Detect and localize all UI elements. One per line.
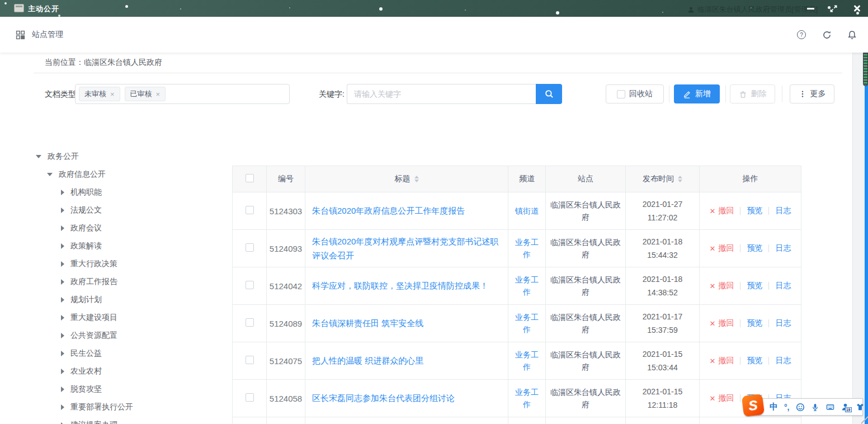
doc-channel-link[interactable]: 业务工作 — [515, 275, 539, 296]
tree-item[interactable]: 脱贫攻坚 — [34, 380, 229, 398]
tree-caret-icon[interactable] — [61, 279, 64, 285]
tree-item[interactable]: 重要部署执行公开 — [34, 398, 229, 416]
tree-item[interactable]: 公共资源配置 — [34, 327, 229, 345]
tree-item[interactable]: 法规公文 — [34, 201, 229, 219]
revoke-action[interactable]: ✕撤回 — [710, 281, 734, 291]
tree-caret-icon[interactable] — [61, 333, 64, 338]
row-checkbox[interactable] — [246, 356, 254, 364]
maximize-button[interactable] — [822, 0, 845, 17]
tree-caret-icon[interactable] — [61, 261, 64, 267]
tree-item[interactable]: 重大建设项目 — [34, 309, 229, 327]
doc-site: 临淄区朱台镇人民政府 — [546, 192, 626, 230]
site-management-menu[interactable]: 站点管理 — [32, 30, 63, 40]
log-action[interactable]: 日志 — [775, 318, 791, 328]
preview-action[interactable]: 预览 — [747, 281, 762, 291]
tree-item[interactable]: 建议提案办理 — [34, 416, 229, 424]
doc-channel-link[interactable]: 业务工作 — [515, 313, 539, 334]
revoke-action[interactable]: ✕撤回 — [710, 243, 734, 253]
skin-icon[interactable] — [856, 403, 865, 411]
tree-item[interactable]: 政府信息公开 — [34, 166, 229, 183]
grid-menu-icon[interactable] — [16, 30, 25, 40]
select-all-checkbox[interactable] — [246, 174, 254, 182]
keyword-input[interactable] — [347, 84, 536, 104]
log-action[interactable]: 日志 — [775, 281, 791, 291]
revoke-action[interactable]: ✕撤回 — [710, 206, 734, 216]
tree-item[interactable]: 政府工作报告 — [34, 273, 229, 291]
tag-close-icon[interactable]: × — [156, 90, 161, 98]
tag-close-icon[interactable]: × — [110, 90, 115, 98]
notifications-button[interactable] — [847, 30, 857, 40]
revoke-action[interactable]: ✕撤回 — [710, 356, 734, 366]
tree-caret-icon[interactable] — [61, 315, 64, 321]
tree-caret-icon[interactable] — [61, 190, 64, 195]
log-action[interactable]: 日志 — [775, 206, 791, 216]
close-button[interactable] — [845, 0, 868, 17]
doc-channel-link[interactable]: 业务工作 — [515, 350, 539, 371]
row-checkbox[interactable] — [246, 206, 254, 214]
tree-caret-icon[interactable] — [61, 387, 64, 392]
scrollbar-thumb[interactable] — [863, 51, 868, 86]
doc-title-link[interactable]: 朱台镇深耕责任田 筑牢安全线 — [312, 318, 423, 328]
tree-item[interactable]: 政策解读 — [34, 237, 229, 255]
doc-type-tag[interactable]: 已审核 × — [125, 87, 166, 101]
add-button[interactable]: 新增 — [674, 84, 720, 103]
sogou-logo[interactable]: S — [742, 394, 765, 417]
recycle-bin-button[interactable]: 回收站 — [606, 84, 664, 103]
tree-caret-icon[interactable] — [61, 404, 64, 410]
doc-title-link[interactable]: 区长宋磊同志参加朱台代表团分组讨论 — [312, 393, 455, 403]
doc-title-link[interactable]: 科学应对，联防联控，坚决捍卫疫情防控成果！ — [312, 281, 488, 290]
preview-action[interactable]: 预览 — [747, 356, 762, 366]
doc-title-link[interactable]: 朱台镇2020年政府信息公开工作年度报告 — [312, 206, 465, 215]
tree-item[interactable]: 政务公开 — [34, 148, 229, 166]
log-action[interactable]: 日志 — [775, 243, 791, 253]
row-checkbox[interactable] — [246, 318, 254, 327]
microphone-icon[interactable] — [811, 403, 819, 412]
minimize-button[interactable] — [799, 0, 822, 17]
tree-item[interactable]: 规划计划 — [34, 291, 229, 309]
doc-title-link[interactable]: 朱台镇2020年度对村观摩点评暨村党支部书记述职评议会召开 — [312, 237, 498, 261]
delete-button[interactable]: 删除 — [730, 84, 775, 103]
keyboard-icon[interactable] — [825, 403, 835, 411]
sort-title-icon[interactable] — [414, 176, 419, 182]
log-action[interactable]: 日志 — [775, 356, 791, 366]
tree-item[interactable]: 政府会议 — [34, 219, 229, 237]
preview-action[interactable]: 预览 — [747, 318, 762, 328]
doc-type-tag[interactable]: 未审核 × — [79, 87, 120, 101]
tree-caret-icon[interactable] — [61, 243, 64, 249]
tree-item[interactable]: 重大行政决策 — [34, 255, 229, 273]
tree-caret-icon[interactable] — [47, 173, 53, 176]
tree-caret-icon[interactable] — [36, 155, 41, 158]
tree-caret-icon[interactable] — [61, 351, 64, 356]
more-button[interactable]: 更多 — [790, 84, 834, 103]
preview-action[interactable]: 预览 — [747, 243, 762, 253]
row-checkbox[interactable] — [246, 281, 254, 289]
doc-channel-link[interactable]: 业务工作 — [515, 238, 539, 259]
chinese-mode-icon[interactable]: 中 — [770, 402, 778, 412]
row-checkbox[interactable] — [246, 243, 254, 252]
scrollbar-track[interactable] — [865, 48, 868, 424]
doc-channel-link[interactable]: 业务工作 — [515, 388, 539, 409]
tree-caret-icon[interactable] — [61, 297, 64, 303]
preview-action[interactable]: 预览 — [747, 206, 762, 216]
search-button[interactable] — [536, 84, 562, 104]
revoke-action[interactable]: ✕撤回 — [710, 318, 734, 328]
tree-item[interactable]: 机构职能 — [34, 183, 229, 201]
row-checkbox[interactable] — [246, 393, 254, 402]
resize-grip[interactable] — [861, 416, 868, 424]
doc-title-link[interactable]: 把人性的温暖 织进群众的心里 — [312, 356, 423, 365]
tree-item[interactable]: 民生公益 — [34, 345, 229, 362]
account-icon[interactable]: 19 — [841, 403, 850, 411]
revoke-action[interactable]: ✕撤回 — [710, 393, 734, 403]
emoji-icon[interactable] — [796, 403, 805, 412]
refresh-button[interactable] — [822, 30, 832, 40]
tree-item[interactable]: 农业农村 — [34, 362, 229, 380]
punctuation-icon[interactable]: °, — [784, 403, 790, 412]
help-button[interactable]: ? — [796, 30, 806, 40]
doc-type-select[interactable]: 未审核 × 已审核 × — [75, 84, 290, 104]
recycle-bin-checkbox[interactable] — [617, 90, 625, 98]
doc-channel-link[interactable]: 镇街道 — [515, 206, 539, 215]
tree-caret-icon[interactable] — [61, 208, 64, 213]
sort-time-icon[interactable] — [678, 176, 682, 182]
tree-caret-icon[interactable] — [61, 369, 64, 374]
tree-caret-icon[interactable] — [61, 225, 64, 231]
